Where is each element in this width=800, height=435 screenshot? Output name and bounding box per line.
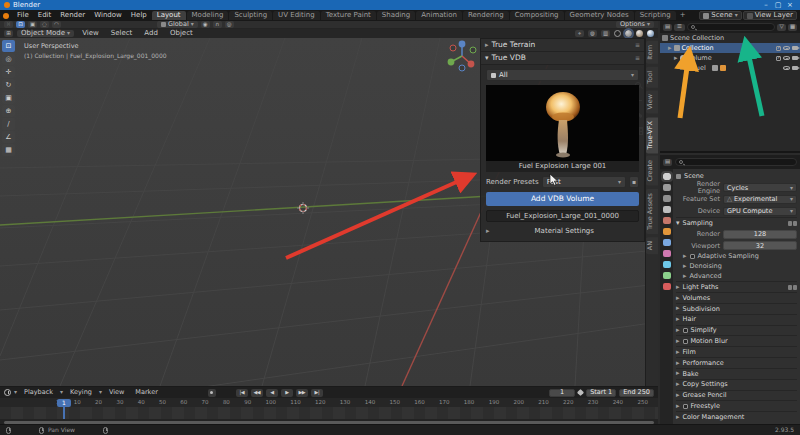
section-volumes[interactable]: Volumes <box>676 292 797 303</box>
proportional-edit-icon[interactable]: ◎ <box>225 21 234 28</box>
section-sampling[interactable]: Sampling <box>676 217 797 228</box>
feature-set-dropdown[interactable]: △ Experimental <box>723 195 797 204</box>
active-tool-icon[interactable]: ⁙ <box>4 21 13 28</box>
annotate-tool-icon[interactable]: ∕ <box>2 118 15 130</box>
view-layer-selector[interactable]: View Layer <box>743 11 797 20</box>
section-hair[interactable]: Hair <box>676 314 797 325</box>
vdb-asset-name-field[interactable]: Fuel_Explosion_Large_001_0000 <box>486 210 639 222</box>
jump-to-start-button[interactable]: |◀ <box>236 389 248 397</box>
workspace-tab-rendering[interactable]: Rendering <box>463 11 509 20</box>
section-film[interactable]: Film <box>676 346 797 357</box>
workspace-tab-geometry-nodes[interactable]: Geometry Nodes <box>565 11 634 20</box>
section-subdivision[interactable]: Subdivision <box>676 303 797 314</box>
timeline-editor-icon[interactable] <box>4 389 11 396</box>
tab-output-properties[interactable] <box>663 184 671 191</box>
transform-tool-icon[interactable]: ⊕ <box>2 105 15 117</box>
device-dropdown[interactable]: GPU Compute <box>723 207 797 216</box>
frame-end-field[interactable]: End 250 <box>619 389 654 397</box>
section-motion-blur[interactable]: Motion Blur <box>676 335 797 346</box>
render-presets-dropdown[interactable]: Fast <box>542 176 626 188</box>
menu-view[interactable]: View <box>78 29 103 38</box>
pivot-point-icon[interactable]: ◉ <box>201 21 210 28</box>
panel-true-vdb[interactable]: True VDB <box>481 52 644 65</box>
add-vdb-volume-button[interactable]: Add VDB Volume <box>486 192 639 206</box>
expand-arrow-icon[interactable] <box>680 65 684 72</box>
transform-orientation-dropdown[interactable]: Global <box>157 21 198 28</box>
hide-eye-icon[interactable] <box>783 56 790 60</box>
tab-true-vfx[interactable]: True-VFX <box>646 117 658 153</box>
outliner-row-scene-collection[interactable]: Scene Collection <box>660 33 800 43</box>
section-freestyle[interactable]: Freestyle <box>676 400 797 411</box>
menu-file[interactable]: File <box>13 11 33 20</box>
expand-arrow-icon[interactable] <box>668 45 672 52</box>
auto-keying-icon[interactable] <box>208 389 216 397</box>
maximize-button[interactable] <box>772 2 784 9</box>
tab-physics-properties[interactable] <box>663 261 671 268</box>
workspace-tab-sculpting[interactable]: Sculpting <box>229 11 272 20</box>
expand-arrow-icon[interactable] <box>674 55 678 62</box>
shading-material-icon[interactable] <box>636 30 643 37</box>
shading-wireframe-icon[interactable] <box>614 30 621 37</box>
workspace-tab-compositing[interactable]: Compositing <box>510 11 564 20</box>
minimize-button[interactable] <box>760 2 772 9</box>
filter-funnel-icon[interactable]: ▽ <box>777 24 786 31</box>
workspace-tab-layout[interactable]: Layout <box>152 11 186 20</box>
section-copy-settings[interactable]: Copy Settings <box>676 379 797 390</box>
snap-magnet-icon[interactable]: ∩ <box>213 21 222 28</box>
vdb-preview-image[interactable] <box>486 85 639 161</box>
workspace-tab-shading[interactable]: Shading <box>377 11 415 20</box>
options-dropdown[interactable]: Options <box>616 21 654 28</box>
render-engine-dropdown[interactable]: Cycles <box>723 183 797 192</box>
tab-material-properties[interactable] <box>663 283 671 290</box>
frame-start-field[interactable]: Start 1 <box>586 389 616 397</box>
subsection-advanced[interactable]: Advanced <box>676 271 797 281</box>
outliner-filter-icon[interactable]: ▤ <box>663 24 672 31</box>
show-overlays-icon[interactable]: ◍ <box>588 30 597 37</box>
workspace-tab-uv-editing[interactable]: UV Editing <box>273 11 320 20</box>
menu-help[interactable]: Help <box>127 11 151 20</box>
menu-object[interactable]: Object <box>166 29 197 38</box>
tab-object-properties[interactable] <box>663 228 671 235</box>
material-settings-section[interactable]: Material Settings <box>486 226 639 237</box>
play-reverse-button[interactable]: ◀ <box>266 389 278 397</box>
xray-toggle-icon[interactable]: ▥ <box>601 30 610 37</box>
render-visibility-icon[interactable] <box>792 46 798 50</box>
scene-selector[interactable]: Scene <box>699 11 741 20</box>
move-tool-icon[interactable]: ✛ <box>2 66 15 78</box>
add-cube-tool-icon[interactable]: ▦ <box>2 144 15 156</box>
panel-menu-icon[interactable] <box>635 55 640 61</box>
menu-keying[interactable]: Keying <box>66 388 96 397</box>
workspace-tab-texture-paint[interactable]: Texture Paint <box>321 11 376 20</box>
render-visibility-icon[interactable] <box>792 56 798 60</box>
exclude-checkbox-icon[interactable] <box>776 56 781 61</box>
checkbox-icon[interactable] <box>683 328 688 333</box>
select-box-tool-icon[interactable]: ⊡ <box>2 40 15 52</box>
prev-keyframe-button[interactable]: ◀◀ <box>251 389 263 397</box>
viewport-3d[interactable]: User Perspective (1) Collection | Fuel_E… <box>0 38 658 386</box>
close-button[interactable] <box>784 2 796 9</box>
editor-type-icon[interactable]: ⊞ <box>4 30 13 37</box>
mode-dropdown[interactable]: Object Mode <box>17 30 74 37</box>
outliner-row-volume[interactable]: Volume <box>660 53 800 63</box>
outliner-display-mode-icon[interactable]: ☰ <box>674 24 685 31</box>
subsection-denoising[interactable]: Denoising <box>676 262 797 272</box>
current-frame-field[interactable]: 1 <box>549 389 575 397</box>
select-tool-indicator-icon[interactable]: ⊡ <box>16 21 25 28</box>
keying-set-icon[interactable] <box>577 389 584 396</box>
shading-rendered-icon[interactable] <box>647 30 654 37</box>
workspace-tab-modeling[interactable]: Modeling <box>187 11 229 20</box>
preset-extras-button[interactable]: ▪ <box>629 176 639 188</box>
panel-true-terrain[interactable]: True Terrain <box>481 39 644 52</box>
outliner-row-collection[interactable]: Collection <box>660 43 800 53</box>
tab-true-assets[interactable]: True Assets <box>646 189 658 234</box>
render-visibility-icon[interactable] <box>792 66 798 70</box>
new-collection-icon[interactable]: ▦ <box>788 24 797 31</box>
tab-render-properties[interactable] <box>663 173 671 180</box>
tab-an[interactable]: AN <box>646 237 658 254</box>
tab-modifier-properties[interactable] <box>663 239 671 246</box>
cursor-tool-icon[interactable]: ◎ <box>2 53 15 65</box>
menu-edit[interactable]: Edit <box>34 11 56 20</box>
workspace-tab-scripting[interactable]: Scripting <box>635 11 676 20</box>
shading-solid-icon[interactable] <box>625 30 632 37</box>
tab-view[interactable]: View <box>646 90 658 113</box>
